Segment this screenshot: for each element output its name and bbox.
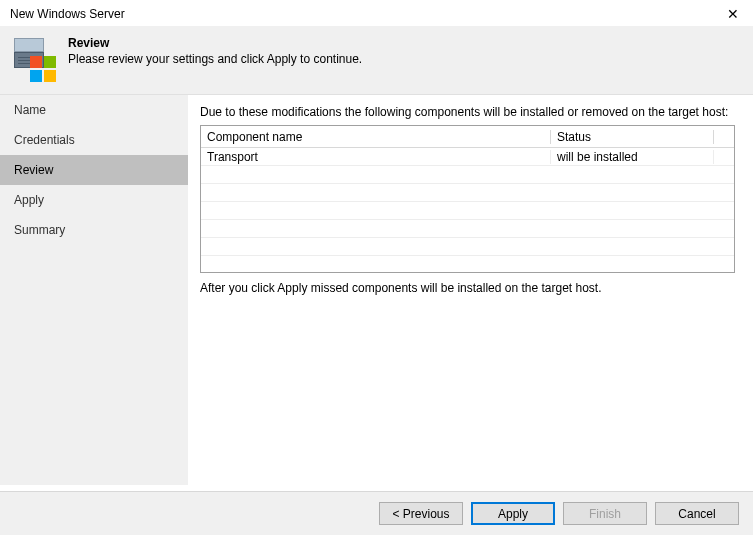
close-icon[interactable]: ✕ — [723, 6, 743, 22]
body-section: Name Credentials Review Apply Summary Du… — [0, 95, 753, 485]
sidebar: Name Credentials Review Apply Summary — [0, 95, 188, 485]
sidebar-item-summary[interactable]: Summary — [0, 215, 188, 245]
after-text: After you click Apply missed components … — [200, 281, 735, 295]
apply-button[interactable]: Apply — [471, 502, 555, 525]
main-content: Due to these modifications the following… — [188, 95, 753, 485]
table-row-empty — [201, 238, 734, 256]
windows-logo-icon — [30, 56, 56, 82]
components-table: Component name Status Transport will be … — [200, 125, 735, 273]
table-row-empty — [201, 256, 734, 273]
title-bar: New Windows Server ✕ — [0, 0, 753, 26]
column-header-name[interactable]: Component name — [201, 130, 551, 144]
previous-button[interactable]: < Previous — [379, 502, 463, 525]
table-row-empty — [201, 220, 734, 238]
sidebar-item-review[interactable]: Review — [0, 155, 188, 185]
sidebar-item-credentials[interactable]: Credentials — [0, 125, 188, 155]
table-row-empty — [201, 166, 734, 184]
table-header-row: Component name Status — [201, 126, 734, 148]
header-title: Review — [68, 36, 362, 50]
table-row-empty — [201, 184, 734, 202]
window-title: New Windows Server — [10, 7, 125, 21]
footer-bar: < Previous Apply Finish Cancel — [0, 491, 753, 535]
column-header-status[interactable]: Status — [551, 130, 714, 144]
finish-button: Finish — [563, 502, 647, 525]
cancel-button[interactable]: Cancel — [655, 502, 739, 525]
cell-component-status: will be installed — [551, 150, 714, 164]
wizard-icon — [14, 38, 54, 78]
intro-text: Due to these modifications the following… — [200, 105, 735, 119]
header-subtitle: Please review your settings and click Ap… — [68, 52, 362, 66]
sidebar-item-apply[interactable]: Apply — [0, 185, 188, 215]
header-section: Review Please review your settings and c… — [0, 26, 753, 95]
sidebar-item-name[interactable]: Name — [0, 95, 188, 125]
table-row-empty — [201, 202, 734, 220]
table-row[interactable]: Transport will be installed — [201, 148, 734, 166]
cell-component-name: Transport — [201, 150, 551, 164]
header-text: Review Please review your settings and c… — [68, 36, 362, 66]
